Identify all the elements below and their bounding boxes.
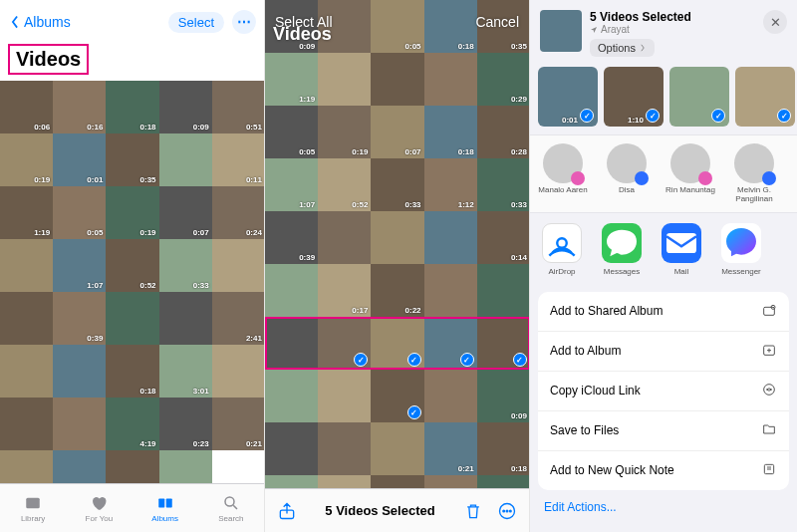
video-thumb[interactable] (424, 53, 477, 106)
video-thumb[interactable] (106, 292, 158, 345)
person-item[interactable]: Manalo Aaren (538, 143, 588, 204)
video-thumb[interactable] (318, 422, 371, 475)
person-item[interactable]: Disa (602, 143, 652, 204)
video-thumb[interactable] (53, 345, 106, 398)
trash-icon[interactable] (463, 501, 483, 521)
video-thumb[interactable]: 1:07 (53, 239, 106, 292)
video-thumb[interactable]: 0:33 (477, 158, 530, 211)
video-thumb[interactable] (0, 292, 53, 345)
video-thumb[interactable]: 0:01 (53, 133, 106, 186)
video-thumb[interactable]: 0:06 (0, 81, 53, 133)
video-thumb[interactable] (159, 292, 212, 345)
action-item[interactable]: Copy iCloud Link (538, 372, 789, 411)
video-thumb[interactable]: 0:52 (106, 239, 158, 292)
video-thumb[interactable] (477, 264, 530, 317)
video-thumb[interactable]: 0:21 (424, 422, 477, 475)
video-thumb[interactable] (477, 317, 530, 370)
video-thumb[interactable]: 0:33 (371, 158, 423, 211)
video-thumb[interactable] (318, 317, 371, 370)
select-button[interactable]: Select (168, 12, 224, 33)
video-thumb[interactable] (265, 264, 318, 317)
video-thumb[interactable]: 2:41 (212, 292, 265, 345)
tab-foryou[interactable]: For You (66, 484, 132, 532)
video-thumb[interactable]: 0:51 (212, 81, 265, 133)
options-button[interactable]: Options (590, 39, 655, 57)
video-thumb[interactable]: 0:18 (477, 422, 530, 475)
preview-thumb[interactable]: 1:10 (604, 67, 664, 127)
video-thumb[interactable]: 0:21 (212, 398, 265, 450)
video-thumb[interactable]: 0:07 (159, 186, 212, 239)
video-thumb[interactable]: 1:19 (265, 53, 318, 106)
video-thumb[interactable] (0, 345, 53, 398)
video-thumb[interactable]: 0:17 (318, 264, 371, 317)
video-thumb[interactable]: 0:28 (477, 106, 530, 158)
person-item[interactable]: Rin Manuntag (665, 143, 715, 204)
video-thumb[interactable] (212, 239, 265, 292)
video-thumb[interactable]: 0:18 (424, 106, 477, 158)
share-icon[interactable] (277, 501, 297, 521)
edit-actions-link[interactable]: Edit Actions... (530, 490, 797, 524)
video-thumb[interactable]: 0:11 (212, 133, 265, 186)
video-thumb[interactable]: 0:33 (159, 239, 212, 292)
preview-thumb[interactable] (735, 67, 795, 127)
video-thumb[interactable]: 0:29 (477, 53, 530, 106)
cancel-button[interactable]: Cancel (475, 14, 519, 30)
video-thumb[interactable]: 1:12 (424, 158, 477, 211)
video-thumb[interactable] (318, 211, 371, 264)
video-thumb[interactable]: 0:09 (477, 370, 530, 422)
video-thumb[interactable]: 0:09 (159, 81, 212, 133)
app-item[interactable]: AirDrop (538, 223, 586, 276)
video-thumb[interactable]: 0:24 (212, 186, 265, 239)
video-thumb[interactable]: 4:19 (106, 398, 158, 450)
video-thumb[interactable] (371, 422, 423, 475)
video-thumb[interactable]: 3:01 (159, 345, 212, 398)
video-thumb[interactable] (0, 398, 53, 450)
action-item[interactable]: Save to Files (538, 411, 789, 451)
preview-thumb[interactable]: 0:01 (538, 67, 598, 127)
action-item[interactable]: Add to New Quick Note (538, 451, 789, 490)
close-button[interactable]: ✕ (763, 10, 787, 34)
video-thumb[interactable]: 0:52 (318, 158, 371, 211)
video-thumb[interactable]: 0:07 (371, 106, 423, 158)
video-thumb[interactable]: 0:16 (53, 81, 106, 133)
video-thumb[interactable] (265, 317, 318, 370)
video-thumb[interactable] (318, 53, 371, 106)
app-item[interactable]: Messages (598, 223, 646, 276)
video-thumb[interactable] (159, 133, 212, 186)
video-thumb[interactable]: 0:05 (265, 106, 318, 158)
video-thumb[interactable]: 0:18 (106, 81, 158, 133)
video-thumb[interactable] (265, 370, 318, 422)
back-button[interactable]: Albums (8, 14, 71, 30)
video-thumb[interactable]: 1:19 (0, 186, 53, 239)
video-thumb[interactable]: 0:19 (0, 133, 53, 186)
tab-search[interactable]: Search (198, 484, 264, 532)
video-thumb[interactable]: 0:23 (159, 398, 212, 450)
video-thumb[interactable]: 0:14 (477, 211, 530, 264)
video-thumb[interactable] (424, 211, 477, 264)
video-thumb[interactable]: 1:07 (265, 158, 318, 211)
video-thumb[interactable]: 0:22 (371, 264, 423, 317)
video-thumb[interactable]: 0:35 (106, 133, 158, 186)
action-item[interactable]: Add to Shared Album (538, 292, 789, 332)
video-thumb[interactable]: 0:39 (265, 211, 318, 264)
more-button[interactable]: ⋯ (232, 10, 256, 34)
video-thumb[interactable] (371, 211, 423, 264)
app-item[interactable]: Mail (658, 223, 705, 276)
preview-thumb[interactable] (669, 67, 729, 127)
person-item[interactable]: Melvin G. Pangilinan (729, 143, 779, 204)
video-thumb[interactable]: 0:19 (318, 106, 371, 158)
video-thumb[interactable] (0, 239, 53, 292)
tab-albums[interactable]: Albums (133, 484, 198, 532)
video-thumb[interactable] (371, 370, 423, 422)
video-thumb[interactable] (212, 345, 265, 398)
app-item[interactable]: Messenger (717, 223, 765, 276)
video-thumb[interactable]: 0:18 (106, 345, 158, 398)
action-item[interactable]: Add to Album (538, 332, 789, 372)
video-thumb[interactable] (424, 317, 477, 370)
video-thumb[interactable] (424, 370, 477, 422)
video-thumb[interactable] (318, 370, 371, 422)
video-thumb[interactable] (53, 398, 106, 450)
more-circle-icon[interactable] (497, 501, 517, 521)
video-thumb[interactable]: 0:05 (53, 186, 106, 239)
video-thumb[interactable]: 0:39 (53, 292, 106, 345)
